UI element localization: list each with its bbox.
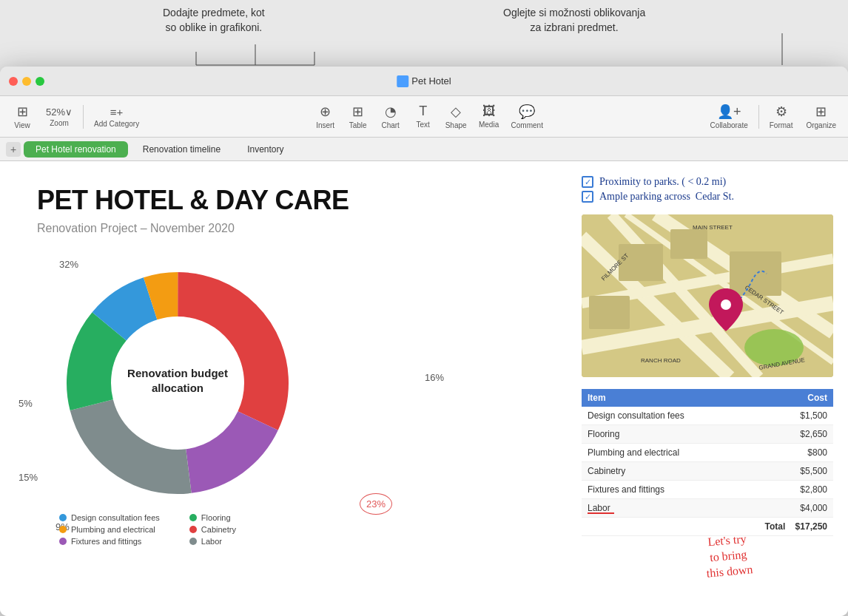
table-row: Fixtures and fittings $2,800 [582, 481, 833, 499]
comment-icon: 💬 [519, 104, 535, 120]
tab-pet-hotel-renovation[interactable]: Pet Hotel renovation [24, 141, 128, 158]
legend-label-fixtures: Fixtures and fittings [71, 537, 141, 546]
checklist-item-2: Ample parking across Cedar St. [582, 191, 833, 203]
cost-labor: $4,000 [767, 499, 833, 518]
minimize-button[interactable] [22, 77, 31, 86]
legend-dot-flooring [189, 514, 197, 521]
shape-button[interactable]: ◇ Shape [440, 101, 473, 132]
item-flooring: Flooring [582, 425, 767, 444]
media-label: Media [479, 121, 499, 129]
comment-button[interactable]: 💬 Comment [505, 101, 549, 132]
format-button[interactable]: ⚙ Format [764, 101, 799, 132]
tab-renovation-timeline[interactable]: Renovation timeline [131, 141, 232, 158]
toolbar-right: 👤+ Collaborate ⚙ Format ⊞ Organize [704, 101, 842, 132]
legend-label-plumbing: Plumbing and electrical [71, 525, 155, 534]
format-icon: ⚙ [775, 104, 787, 120]
doc-icon [397, 75, 408, 87]
titlebar: Pet Hotel [0, 67, 848, 96]
callout-right: Oglejte si možnosti oblikovanja za izbra… [503, 6, 645, 35]
table-header-item: Item [582, 389, 767, 407]
chart-container: Renovation budget allocation 32% 16% 5% … [15, 243, 451, 561]
legend-flooring: Flooring [189, 513, 290, 522]
slide-content: PET HOTEL & DAY CARE Renovation Project … [0, 161, 848, 616]
slide-title: PET HOTEL & DAY CARE [37, 185, 349, 216]
chart-icon: ◔ [385, 104, 397, 120]
cost-fixtures: $2,800 [767, 481, 833, 499]
slide-subtitle: Renovation Project – November 2020 [37, 222, 235, 235]
checkbox-2[interactable] [582, 191, 593, 203]
zoom-icon: 52%∨ [46, 106, 73, 118]
legend-label-design: Design consultation fees [71, 513, 160, 522]
percent-5: 5% [18, 398, 33, 409]
chart-center-line1: Renovation budget [127, 367, 228, 379]
chart-center-line2: allocation [152, 382, 203, 394]
svg-rect-13 [619, 244, 663, 281]
tabbar: + Pet Hotel renovation Renovation timeli… [0, 138, 848, 161]
percent-23: 23% [360, 493, 392, 515]
callout-svg [0, 0, 848, 67]
table-row: Cabinetry $5,500 [582, 462, 833, 481]
legend-plumbing: Plumbing and electrical [59, 525, 160, 534]
organize-button[interactable]: ⊞ Organize [800, 101, 842, 132]
chart-label: Chart [381, 121, 399, 129]
handwritten-annotation: Let's try to bring this down [704, 531, 754, 581]
canvas: PET HOTEL & DAY CARE Renovation Project … [0, 161, 848, 616]
window-title: Pet Hotel [397, 75, 451, 87]
maximize-button[interactable] [36, 77, 44, 86]
legend-design: Design consultation fees [59, 513, 160, 522]
table-row: Plumbing and electrical $800 [582, 444, 833, 462]
media-button[interactable]: 🖼 Media [473, 101, 505, 132]
svg-text:RANCH ROAD: RANCH ROAD [641, 357, 681, 364]
organize-icon: ⊞ [815, 104, 827, 120]
text-button[interactable]: T Text [407, 101, 440, 132]
table-row: Flooring $2,650 [582, 425, 833, 444]
view-icon: ⊞ [17, 104, 28, 120]
add-category-button[interactable]: ≡+ Add Category [88, 103, 145, 131]
checkbox-1[interactable] [582, 176, 593, 188]
table-button[interactable]: ⊞ Table [342, 101, 374, 132]
zoom-label: Zoom [50, 119, 69, 127]
legend-fixtures: Fixtures and fittings [59, 537, 160, 546]
total-label: Total [764, 521, 785, 532]
chart-button[interactable]: ◔ Chart [374, 101, 407, 132]
legend-dot-cabinetry [189, 526, 197, 533]
cost-design: $1,500 [767, 407, 833, 425]
map-svg: FILMORE ST MAIN STREET CEDAR STREET RANC… [582, 214, 833, 377]
map-container: FILMORE ST MAIN STREET CEDAR STREET RANC… [582, 214, 833, 377]
close-button[interactable] [9, 77, 18, 86]
right-panel: Proximity to parks. ( < 0.2 mi) Ample pa… [582, 176, 833, 536]
toolbar: ⊞ View 52%∨ Zoom ≡+ Add Category ⊕ Inser… [0, 96, 848, 138]
shape-label: Shape [445, 121, 467, 129]
svg-text:MAIN STREET: MAIN STREET [693, 224, 733, 231]
percent-15: 15% [18, 472, 38, 483]
shape-icon: ◇ [451, 104, 461, 120]
cost-cabinetry: $5,500 [767, 462, 833, 481]
checklist-text-2: Ample parking across Cedar St. [599, 191, 734, 203]
add-tab-button[interactable]: + [6, 142, 21, 157]
title-text: Pet Hotel [411, 75, 451, 87]
item-fixtures: Fixtures and fittings [582, 481, 767, 499]
legend-dot-fixtures [59, 538, 67, 545]
legend-dot-labor [189, 538, 197, 545]
table-label: Table [349, 121, 367, 129]
cost-plumbing: $800 [767, 444, 833, 462]
donut-chart: Renovation budget allocation [52, 257, 303, 509]
text-icon: T [419, 104, 427, 119]
annotation-text: Let's try to bring this down [706, 532, 753, 578]
tab-inventory[interactable]: Inventory [235, 141, 295, 158]
view-button[interactable]: ⊞ View [6, 101, 38, 132]
total-cell: Total $17,250 [582, 518, 833, 536]
collaborate-button[interactable]: 👤+ Collaborate [704, 101, 754, 132]
insert-button[interactable]: ⊕ Insert [309, 101, 342, 132]
table-row-labor: Labor $4,000 [582, 499, 833, 518]
table-row: Design consultation fees $1,500 [582, 407, 833, 425]
zoom-button[interactable]: 52%∨ Zoom [40, 104, 78, 130]
add-category-label: Add Category [94, 120, 139, 128]
legend-label-flooring: Flooring [201, 513, 231, 522]
chart-legend: Design consultation fees Flooring Plumbi… [59, 513, 290, 546]
view-label: View [14, 121, 30, 129]
collaborate-label: Collaborate [710, 121, 748, 129]
percent-32: 32% [59, 259, 78, 270]
legend-cabinetry: Cabinetry [189, 525, 290, 534]
toolbar-divider-2 [758, 105, 759, 129]
